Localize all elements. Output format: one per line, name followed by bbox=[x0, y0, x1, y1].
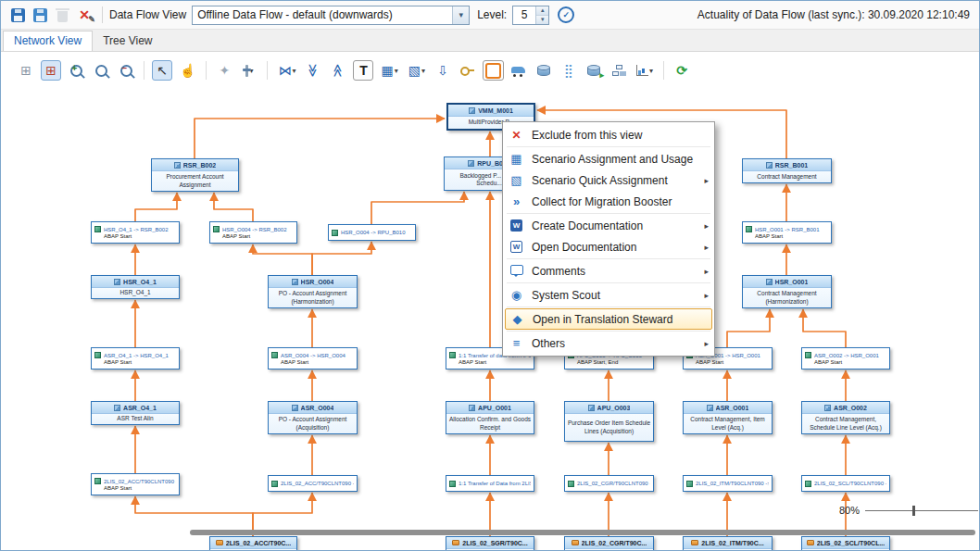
chart-edit-button[interactable]: ▾ bbox=[634, 60, 656, 81]
node-ds-sgr[interactable]: 2LIS_02_SGR/T90C... bbox=[446, 536, 534, 551]
node-ds-scl[interactable]: 2LIS_02_SCL/T90CL... bbox=[801, 536, 890, 551]
node-tr-hsro001-rsrb001[interactable]: HSR_O001 -> RSR_B001ABAP Start bbox=[742, 221, 832, 244]
menu-item-create-documentation[interactable]: WCreate Documentation▸ bbox=[505, 215, 712, 236]
tab-network-view[interactable]: Network View bbox=[3, 31, 93, 51]
node-description: PO - Account Assignment (Acquisition) bbox=[269, 414, 357, 433]
infoprovider-icon bbox=[114, 279, 120, 285]
zoom-control[interactable]: 80% bbox=[839, 505, 978, 516]
submenu-arrow-icon: ▸ bbox=[704, 221, 709, 231]
node-tr-hsro004-rsrb002[interactable]: HSR_O004 -> RSR_B002ABAP Start bbox=[209, 221, 297, 244]
data-flow-select[interactable]: Offline Data Flow - default (downwards) … bbox=[192, 6, 470, 25]
node-tr-2lis-scl[interactable]: 2LIS_02_SCL/T90CLNT090 ->... bbox=[801, 475, 890, 492]
go-to-node-icon: ⋈ bbox=[278, 63, 291, 78]
node-apu-o001[interactable]: APU_O001Allocation Confirm. and Goods Re… bbox=[446, 401, 534, 434]
discard-changes-button[interactable]: ✕✎ bbox=[74, 5, 94, 25]
zoom-slider-track[interactable] bbox=[865, 510, 978, 511]
zoom-in-button[interactable] bbox=[66, 60, 86, 81]
node-hsr-o4-1[interactable]: HSR_O4_1HSR_O4_1 bbox=[91, 275, 180, 299]
magic-wand-button[interactable]: ✦ bbox=[214, 60, 234, 81]
collapse-all-button[interactable]: ≪ bbox=[328, 60, 348, 81]
open-documentation-icon: W bbox=[509, 241, 524, 253]
expand-all-button[interactable]: ≫ bbox=[303, 60, 323, 81]
node-asr-o002[interactable]: ASR_O002Contract Management, Schedule Li… bbox=[801, 401, 890, 434]
key-button[interactable] bbox=[458, 60, 478, 81]
menu-item-label: Comments bbox=[532, 265, 698, 278]
node-title: 2LIS_02_SGR/T90C... bbox=[446, 537, 534, 549]
spinner-up-icon[interactable]: ▴ bbox=[536, 6, 548, 16]
transformation-icon bbox=[449, 352, 456, 358]
filter-view-button[interactable]: ▧▾ bbox=[406, 60, 428, 81]
menu-item-scenario-quick-assignment[interactable]: ▧Scenario Quick Assignment▸ bbox=[505, 169, 712, 191]
select-tool-button[interactable]: ↖ bbox=[152, 60, 172, 81]
node-tr-2lis-itm[interactable]: 2LIS_02_ITM/T90CLNT090 ->... bbox=[683, 475, 773, 492]
menu-item-exclude[interactable]: ✕Exclude from this view bbox=[505, 124, 712, 145]
zoom-out-button[interactable] bbox=[116, 60, 136, 81]
node-tr-asro41-hsro41[interactable]: ASR_O4_1 -> HSR_O4_1ABAP Start bbox=[91, 347, 180, 369]
menu-item-open-documentation[interactable]: WOpen Documentation▸ bbox=[505, 236, 712, 257]
flow-canvas[interactable]: VMM_M001MultiProvider P...RSR_B002Procur… bbox=[1, 89, 979, 551]
save-all-button[interactable] bbox=[30, 5, 50, 25]
node-asr-o004[interactable]: ASR_O004PO - Account Assignment (Acquisi… bbox=[268, 401, 358, 434]
stacked-objects-button[interactable] bbox=[534, 60, 554, 81]
node-tr-2lis-acc-2[interactable]: 2LIS_02_ACC/T90CLNT090 ->... bbox=[268, 475, 358, 492]
transformation-icon bbox=[94, 352, 101, 358]
table-view-button[interactable]: ▦▾ bbox=[378, 60, 400, 81]
display-options-button[interactable]: ▾ bbox=[239, 60, 259, 81]
submenu-arrow-icon: ▸ bbox=[704, 339, 709, 348]
go-to-node-button[interactable]: ⋈▾ bbox=[275, 60, 298, 81]
node-asr-o001[interactable]: ASR_O001Contract Management, Item Level … bbox=[683, 401, 773, 434]
actuality-status-button[interactable]: ✓ bbox=[556, 5, 576, 25]
zoom-slider-thumb[interactable] bbox=[912, 506, 915, 516]
node-ds-itm[interactable]: 2LIS_02_ITM/T90C... bbox=[683, 536, 773, 551]
horizontal-scrollbar[interactable] bbox=[190, 530, 975, 535]
node-description: HSR_O4_1 bbox=[92, 288, 179, 298]
level-spinner[interactable]: 5 ▴▾ bbox=[512, 6, 549, 25]
node-tr-asro002[interactable]: ASR_O002 -> HSR_O001ABAP Start bbox=[801, 347, 890, 369]
menu-item-comments[interactable]: Comments▸ bbox=[505, 260, 712, 282]
menu-item-migration-booster[interactable]: »Collect for Migration Booster bbox=[505, 191, 712, 212]
spinner-down-icon[interactable]: ▾ bbox=[536, 16, 548, 24]
data-flow-window: ✕✎ Data Flow View Offline Data Flow - de… bbox=[0, 0, 980, 551]
align-objects-button[interactable]: ⊞ bbox=[16, 60, 36, 81]
menu-item-scenario-assignment[interactable]: ▦Scenario Assignment and Usage bbox=[505, 148, 712, 169]
grid-dots-button[interactable]: ⣿ bbox=[559, 60, 579, 81]
transformation-icon bbox=[805, 481, 811, 487]
datasource-refresh-button[interactable] bbox=[584, 60, 604, 81]
auto-arrange-button[interactable]: ⊞ bbox=[41, 60, 61, 81]
tab-tree-view[interactable]: Tree View bbox=[93, 31, 162, 51]
node-apu-o003[interactable]: APU_O003Purchase Order Item Schedule Lin… bbox=[564, 401, 654, 442]
node-tr-hsro41-rsrb002[interactable]: HSR_O4_1 -> RSR_B002ABAP Start bbox=[91, 221, 180, 244]
node-tr-2lis-acc-1[interactable]: 2LIS_02_ACC/T90CLNT090 ->...ABAP Start bbox=[91, 473, 180, 495]
sort-descending-button[interactable]: ⇩ bbox=[433, 60, 453, 81]
node-tr-2lis-cgr[interactable]: 2LIS_02_CGR/T90CLNT090 ->... bbox=[564, 475, 654, 492]
infoprovider-icon bbox=[707, 405, 713, 411]
node-asr-o4-1[interactable]: ASR_O4_1ASR Test Alin bbox=[91, 401, 180, 425]
dropdown-arrow-icon[interactable]: ▾ bbox=[452, 6, 469, 24]
node-ds-cgr[interactable]: 2LIS_02_CGR/T90C... bbox=[564, 536, 654, 551]
hierarchy-button[interactable] bbox=[609, 60, 629, 81]
node-tr-hsro004-rpub010[interactable]: HSR_O004 -> RPU_B010 bbox=[328, 224, 416, 241]
refresh-button[interactable]: ⟳ bbox=[672, 60, 692, 81]
transform-rule: 1:1 Transfer of Data from 2LIS... bbox=[449, 481, 531, 487]
infoprovider-icon bbox=[469, 107, 475, 114]
text-tool-button[interactable]: T bbox=[353, 60, 373, 81]
pan-tool-button[interactable]: ☝ bbox=[177, 60, 198, 81]
node-title: APU_O001 bbox=[446, 402, 534, 414]
node-rsr-b001[interactable]: RSR_B001Contract Management bbox=[742, 158, 832, 183]
menu-item-translation-steward[interactable]: ◆Open in Translation Steward bbox=[505, 308, 712, 330]
menu-item-others[interactable]: ≡Others▸ bbox=[505, 332, 712, 354]
save-button[interactable] bbox=[7, 5, 28, 25]
node-hsr-o004[interactable]: HSR_O004PO - Account Assignment (Harmoni… bbox=[268, 275, 358, 308]
menu-item-system-scout[interactable]: ◉System Scout▸ bbox=[505, 284, 712, 306]
node-hsr-o001[interactable]: HSR_O001Contract Management (Harmonizati… bbox=[742, 275, 832, 308]
node-tr-asro004-hsro004[interactable]: ASR_O004 -> HSR_O004ABAP Start bbox=[268, 347, 358, 369]
delete-button[interactable] bbox=[52, 5, 72, 25]
node-rsr-b002[interactable]: RSR_B002Procurement Account Assignment bbox=[151, 158, 239, 192]
menu-item-label: Scenario Assignment and Usage bbox=[532, 153, 709, 166]
node-tr-2lis-sgr[interactable]: 1:1 Transfer of Data from 2LIS... bbox=[446, 475, 534, 492]
transport-button[interactable] bbox=[509, 60, 529, 81]
frame-tool-button[interactable] bbox=[483, 60, 504, 81]
zoom-original-button[interactable] bbox=[91, 60, 111, 81]
node-ds-acc[interactable]: 2LIS_02_ACC/T90C... bbox=[209, 536, 297, 551]
node-title: ASR_O4_1 bbox=[92, 402, 179, 414]
